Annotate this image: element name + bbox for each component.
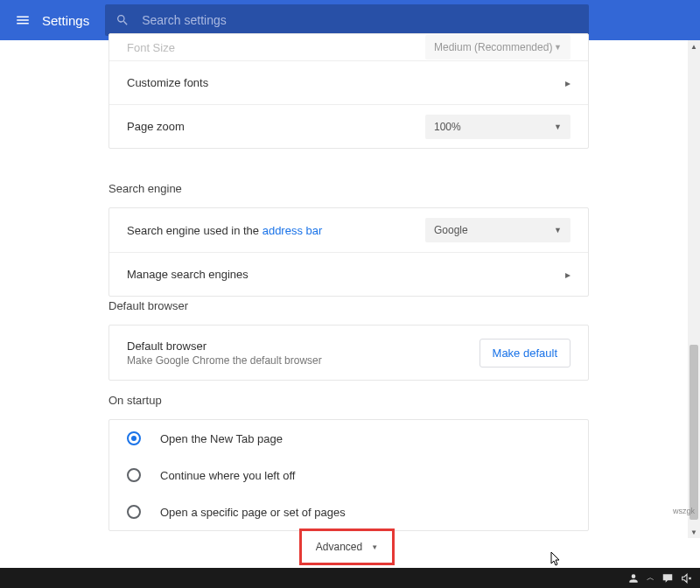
chevron-down-icon: ▼ — [554, 226, 562, 234]
font-size-label: Font Size — [127, 41, 175, 54]
default-browser-title: Default browser — [127, 340, 322, 353]
page-title: Settings — [42, 13, 89, 28]
customize-fonts-label: Customize fonts — [127, 76, 208, 89]
customize-fonts-row[interactable]: Customize fonts ▸ — [109, 60, 588, 104]
page-zoom-value: 100% — [434, 121, 461, 133]
hamburger-icon — [15, 12, 31, 28]
action-center-icon[interactable] — [662, 572, 674, 584]
search-engine-label: Search engine used in the address bar — [127, 224, 322, 237]
scrollbar[interactable]: ▲ ▼ — [688, 40, 700, 538]
chevron-down-icon: ▼ — [554, 122, 562, 131]
default-browser-sub: Make Google Chrome the default browser — [127, 354, 322, 367]
radio-selected-icon — [127, 431, 141, 445]
page-zoom-row[interactable]: Page zoom 100% ▼ — [109, 104, 588, 148]
make-default-button[interactable]: Make default — [480, 339, 570, 368]
startup-card: Open the New Tab page Continue where you… — [108, 419, 589, 531]
manage-search-engines-row[interactable]: Manage search engines ▸ — [109, 252, 588, 296]
advanced-button[interactable]: Advanced ▼ — [299, 528, 395, 565]
taskbar: ︿ — [0, 568, 700, 588]
radio-icon — [127, 505, 141, 519]
scroll-thumb[interactable] — [690, 345, 698, 520]
watermark: wszgk — [673, 507, 695, 515]
font-size-select[interactable]: Medium (Recommended) ▼ — [425, 35, 570, 60]
chevron-down-icon: ▼ — [371, 543, 378, 551]
page-zoom-label: Page zoom — [127, 120, 185, 133]
volume-muted-icon[interactable] — [681, 572, 693, 584]
search-input[interactable] — [142, 13, 578, 27]
startup-section-title: On startup — [108, 394, 589, 407]
address-bar-link[interactable]: address bar — [262, 224, 323, 237]
chevron-down-icon: ▼ — [554, 43, 562, 52]
search-icon — [116, 13, 130, 27]
font-size-row[interactable]: Font Size Medium (Recommended) ▼ — [109, 34, 588, 60]
search-engine-row[interactable]: Search engine used in the address bar Go… — [109, 208, 588, 252]
advanced-label: Advanced — [316, 541, 362, 553]
hamburger-menu-button[interactable] — [7, 4, 38, 36]
default-browser-section-title: Default browser — [108, 299, 589, 312]
search-box[interactable] — [105, 4, 589, 36]
chevron-right-icon: ▸ — [565, 77, 570, 89]
default-browser-card: Default browser Make Google Chrome the d… — [108, 325, 589, 381]
startup-continue-label: Continue where you left off — [160, 469, 295, 482]
tray-chevron-up-icon[interactable]: ︿ — [647, 572, 654, 584]
content-area: Font Size Medium (Recommended) ▼ Customi… — [0, 40, 700, 538]
startup-newtab-label: Open the New Tab page — [160, 432, 283, 445]
scroll-down-icon[interactable]: ▼ — [690, 526, 698, 538]
appearance-card: Font Size Medium (Recommended) ▼ Customi… — [108, 33, 589, 149]
chevron-right-icon: ▸ — [565, 269, 570, 281]
scroll-up-icon[interactable]: ▲ — [690, 40, 698, 52]
startup-option-specific[interactable]: Open a specific page or set of pages — [109, 494, 588, 530]
search-engine-card: Search engine used in the address bar Go… — [108, 207, 589, 297]
page-zoom-select[interactable]: 100% ▼ — [425, 115, 570, 139]
search-engine-select[interactable]: Google ▼ — [425, 218, 570, 242]
startup-option-continue[interactable]: Continue where you left off — [109, 457, 588, 494]
startup-specific-label: Open a specific page or set of pages — [160, 506, 346, 519]
search-engine-value: Google — [434, 224, 468, 236]
startup-option-newtab[interactable]: Open the New Tab page — [109, 420, 588, 457]
font-size-value: Medium (Recommended) — [434, 41, 552, 53]
manage-search-engines-label: Manage search engines — [127, 268, 248, 281]
radio-icon — [127, 468, 141, 482]
default-browser-row: Default browser Make Google Chrome the d… — [109, 326, 588, 380]
people-icon[interactable] — [627, 572, 640, 584]
search-engine-section-title: Search engine — [108, 182, 589, 195]
